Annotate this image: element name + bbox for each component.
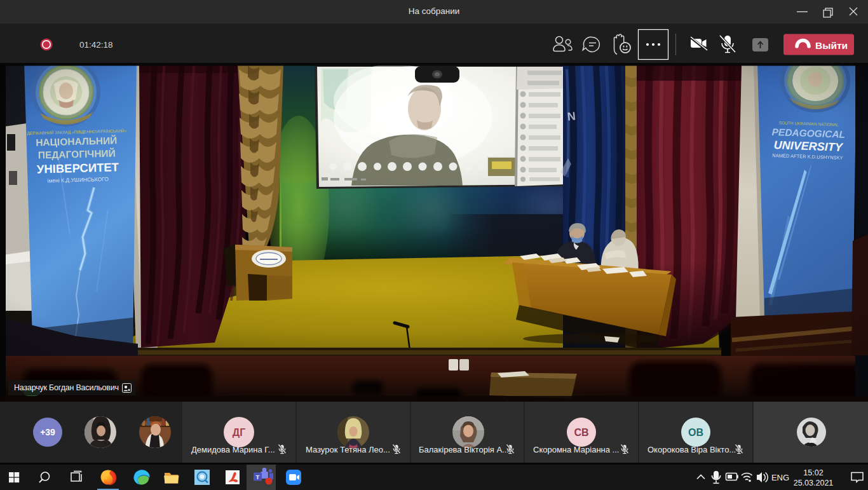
svg-text:ОВ: ОВ bbox=[688, 427, 703, 438]
svg-text:ДГ: ДГ bbox=[233, 427, 245, 438]
svg-text:Балакірева Вікторія А...: Балакірева Вікторія А... bbox=[419, 445, 509, 454]
svg-text:25.03.2021: 25.03.2021 bbox=[794, 479, 834, 487]
svg-text:01:42:18: 01:42:18 bbox=[79, 40, 113, 50]
svg-text:ENG: ENG bbox=[771, 473, 789, 482]
svg-text:Демидова Марина Г...: Демидова Марина Г... bbox=[191, 445, 275, 454]
svg-text:Скоромна Маріанна ...: Скоромна Маріанна ... bbox=[533, 445, 619, 454]
svg-text:Мазурок Тетяна Лео...: Мазурок Тетяна Лео... bbox=[306, 445, 390, 454]
svg-text:+39: +39 bbox=[40, 427, 55, 437]
svg-text:Окорокова Віра Вікто...: Окорокова Віра Вікто... bbox=[648, 445, 736, 454]
svg-text:Выйти: Выйти bbox=[815, 40, 848, 51]
svg-text:15:02: 15:02 bbox=[803, 468, 823, 477]
svg-text:СВ: СВ bbox=[574, 427, 588, 438]
svg-text:T: T bbox=[256, 473, 260, 480]
